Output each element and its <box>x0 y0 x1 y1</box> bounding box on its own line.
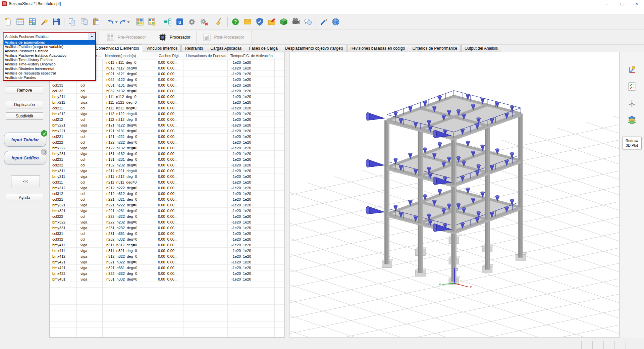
table-row[interactable]: col211 col n111 n211 deg=0 0.00 0.00... … <box>50 105 284 111</box>
tab[interactable]: Conectividad Elementos <box>92 44 142 52</box>
table-row[interactable]: col322 col n222 n322 deg=0 0.00 0.00... … <box>50 213 284 219</box>
save-button[interactable] <box>50 15 62 28</box>
analysis-option[interactable]: Análisis Pushover Estático Adaptativo <box>4 53 95 58</box>
table-row[interactable]: col332 col n232 n332 deg=0 0.00 0.00... … <box>50 236 284 242</box>
analysis-option[interactable]: Análisis de Pandeo <box>4 76 95 80</box>
table-row[interactable]: bmy431 viga n331 n332 deg=0 0.00 0.00...… <box>50 276 284 282</box>
redraw-3d-plot-button[interactable]: Redraw 3D Plot <box>622 137 642 149</box>
minimize-button[interactable]: – <box>600 0 614 7</box>
paste-button[interactable] <box>90 15 102 28</box>
element-connectivity-button[interactable] <box>162 15 174 28</box>
website-button[interactable] <box>330 15 342 28</box>
layers-button[interactable] <box>626 114 638 127</box>
menu-item[interactable] <box>0 10 6 11</box>
analysis-option[interactable]: Análisis de Eigenvalores <box>4 40 95 45</box>
table-row[interactable]: col312 col n212 n312 deg=0 0.00 0.00... … <box>50 191 284 196</box>
building-modeller-button[interactable] <box>134 15 146 28</box>
table-row[interactable]: col212 col n112 n212 deg=0 0.00 0.00... … <box>50 116 284 122</box>
analysis-option[interactable]: Análisis Dinámico Incremental <box>4 67 95 71</box>
tab[interactable]: Desplazamiento objetivo (target) <box>282 45 346 52</box>
table-row[interactable]: bmx322 viga n222 n232 deg=0 0.00 0.00...… <box>50 219 284 225</box>
analysis-option[interactable]: Análisis Estático (carga no variable) <box>4 45 95 49</box>
table-row[interactable]: bmx221 viga n121 n131 deg=0 0.00 0.00...… <box>50 128 284 134</box>
release-notes-button[interactable] <box>318 15 330 28</box>
clear-button[interactable] <box>214 15 226 28</box>
units-button[interactable]: u <box>174 15 186 28</box>
table-row[interactable]: col131 col n031 n131 deg=0 0.00 0.00... … <box>50 82 284 88</box>
table-row[interactable]: bmx222 viga n122 n132 deg=0 0.00 0.00...… <box>50 145 284 151</box>
header-releases[interactable]: Liberaciones de Fuerzas... <box>183 52 227 59</box>
undo-dropdown-caret-icon[interactable] <box>115 21 118 24</box>
table-row[interactable]: bmx421 viga n321 n331 deg=0 0.00 0.00...… <box>50 265 284 270</box>
plot-options-button[interactable] <box>626 63 638 76</box>
subdividir-button[interactable]: Subdividir <box>6 112 43 120</box>
tab[interactable]: Revisiones basadas en código <box>347 45 409 52</box>
table-row[interactable]: bmy311 viga n211 n212 deg=0 0.00 0.00...… <box>50 173 284 179</box>
video-tutorials-button[interactable] <box>290 15 302 28</box>
post-procesador-button[interactable]: Post-Procesador <box>196 31 250 43</box>
analysis-type-combobox[interactable]: Análisis Pushover Estático <box>3 33 95 40</box>
technical-support-button[interactable] <box>254 15 266 28</box>
analysis-option[interactable]: Análisis Time-History Estático <box>4 58 95 62</box>
analysis-option[interactable]: Análisis de respuesta espectral <box>4 71 95 76</box>
open-project-button[interactable] <box>14 15 26 28</box>
collapse-button[interactable]: << <box>11 176 40 187</box>
duplicate-button[interactable] <box>78 15 90 28</box>
import-button[interactable] <box>266 15 278 28</box>
table-row[interactable]: bmx212 viga n112 n122 deg=0 0.00 0.00...… <box>50 111 284 116</box>
tab[interactable]: Criterios de Performance <box>409 45 460 52</box>
table-row[interactable]: bmx422 viga n322 n332 deg=0 0.00 0.00...… <box>50 270 284 276</box>
table-row[interactable]: bmx211 viga n111 n121 deg=0 0.00 0.00...… <box>50 99 284 105</box>
table-row[interactable]: bmx411 viga n311 n321 deg=0 0.00 0.00...… <box>50 248 284 253</box>
table-row[interactable]: bmy331 viga n231 n232 deg=0 0.00 0.00...… <box>50 225 284 231</box>
tab[interactable]: Fases de Carga <box>246 45 281 52</box>
duplicacion-button[interactable]: Duplicación <box>6 101 43 108</box>
menu-item[interactable] <box>12 10 18 11</box>
settings-button[interactable] <box>186 15 198 28</box>
forum-button[interactable] <box>302 15 314 28</box>
tab[interactable]: Output del Análisis <box>461 45 501 52</box>
table-row[interactable]: bmx412 viga n312 n322 deg=0 0.00 0.00...… <box>50 253 284 259</box>
maximize-button[interactable]: □ <box>614 0 629 7</box>
chevron-down-icon[interactable] <box>89 33 95 40</box>
table-row[interactable]: col222 col n122 n222 deg=0 0.00 0.00... … <box>50 139 284 145</box>
menu-item[interactable] <box>42 10 48 11</box>
performance-criteria-button[interactable] <box>626 80 638 93</box>
menu-item[interactable] <box>24 10 30 11</box>
close-button[interactable]: × <box>629 0 644 7</box>
table-row[interactable]: col232 col n132 n232 deg=0 0.00 0.00... … <box>50 162 284 168</box>
header-nodes[interactable]: Nombre(s) nodo(s) <box>102 52 156 59</box>
axes-3d-button[interactable] <box>626 97 638 110</box>
undo-button[interactable] <box>106 15 118 28</box>
ayuda-button[interactable]: Ayuda <box>6 194 43 201</box>
input-grafico-button[interactable]: Input Gráfico <box>4 151 46 164</box>
new-project-button[interactable] <box>2 15 14 28</box>
menu-item[interactable] <box>18 10 24 11</box>
table-row[interactable]: bmy221 viga n121 n122 deg=0 0.00 0.00...… <box>50 122 284 128</box>
copy-button[interactable] <box>66 15 78 28</box>
header-rigid[interactable]: Cachos Rigi... <box>156 52 183 59</box>
analysis-option[interactable]: Análisis Pushover Estático <box>4 49 95 53</box>
table-row[interactable]: bmx311 viga n211 n221 deg=0 0.00 0.00...… <box>50 168 284 173</box>
remove-button[interactable]: Remove <box>6 87 43 94</box>
email-support-button[interactable] <box>241 15 254 28</box>
table-row[interactable]: bmy211 viga n111 n112 deg=0 0.00 0.00...… <box>50 94 284 99</box>
table-row[interactable]: col231 col n131 n231 deg=0 0.00 0.00... … <box>50 156 284 162</box>
tab[interactable]: Cargas Aplicadas <box>207 45 245 52</box>
analysis-settings-button[interactable] <box>198 15 210 28</box>
building-modeller-wizard-button[interactable] <box>146 15 158 28</box>
table-row[interactable]: bmy421 viga n321 n322 deg=0 0.00 0.00...… <box>50 259 284 265</box>
help-button[interactable]: ? <box>229 15 241 28</box>
menu-item[interactable] <box>36 10 42 11</box>
project-grid-button[interactable] <box>26 15 38 28</box>
tab[interactable]: Restraints <box>181 45 206 52</box>
table-row[interactable]: col331 col n231 n331 deg=0 0.00 0.00... … <box>50 231 284 236</box>
table-row[interactable]: col221 col n121 n221 deg=0 0.00 0.00... … <box>50 134 284 139</box>
header-time[interactable]: Tiempo/F.C. de Activación <box>227 52 274 59</box>
table-row[interactable]: bmy411 viga n311 n312 deg=0 0.00 0.00...… <box>50 242 284 248</box>
table-row[interactable]: col321 col n221 n321 deg=0 0.00 0.00... … <box>50 196 284 202</box>
table-row[interactable]: bmx321 viga n221 n231 deg=0 0.00 0.00...… <box>50 208 284 213</box>
wizard-button[interactable] <box>38 15 50 28</box>
table-row[interactable]: col132 col n032 n132 deg=0 0.00 0.00... … <box>50 88 284 94</box>
redo-dropdown-caret-icon[interactable] <box>127 21 130 24</box>
